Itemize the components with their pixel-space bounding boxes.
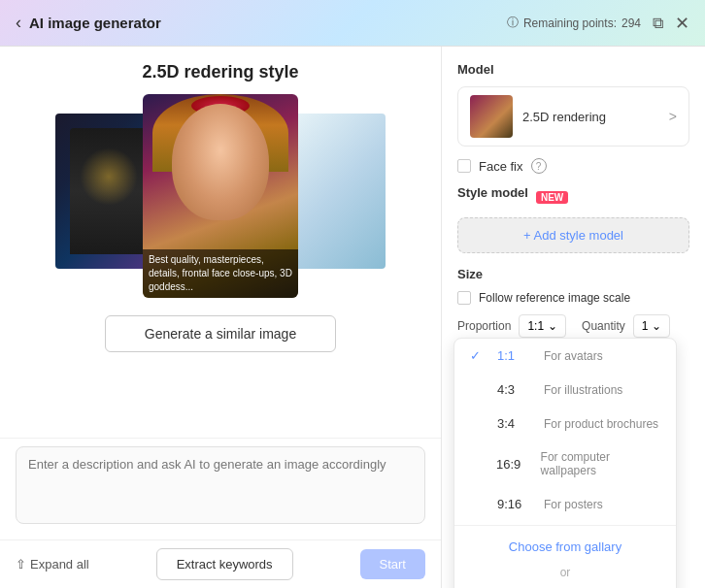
ratio-text: 3:4	[497, 416, 532, 431]
check-mark-icon: ✓	[470, 348, 486, 363]
choose-from-gallery-btn[interactable]: Choose from gallary	[454, 530, 676, 564]
size-label: Size	[457, 267, 689, 281]
proportion-value: 1:1	[527, 319, 544, 333]
topbar: ‹ AI image generator ⓘ Remaining points:…	[0, 0, 705, 47]
topbar-right: ⓘ Remaining points: 294 ⧉ ✕	[507, 13, 689, 34]
right-panel: Model 2.5D rendering > Face fix ? Style …	[442, 47, 705, 588]
or-text: or	[454, 564, 676, 581]
dropdown-item-3-4[interactable]: 3:4 For product brochures	[454, 407, 676, 441]
model-thumbnail	[470, 95, 513, 138]
new-badge: NEW	[536, 191, 568, 204]
upload-local-image-btn[interactable]: Upload local image	[454, 581, 676, 588]
ratio-text: 1:1	[497, 348, 532, 363]
ratio-desc: For posters	[544, 498, 603, 511]
dropdown-item-16-9[interactable]: 16:9 For computer wallpapers	[454, 441, 676, 487]
face-decoration	[172, 104, 269, 220]
dropdown-item-4-3[interactable]: 4:3 For illustrations	[454, 373, 676, 407]
model-label: Model	[457, 62, 689, 77]
image-caption: Best quality, masterpieces, details, fro…	[143, 249, 298, 298]
extract-keywords-button[interactable]: Extract keywords	[156, 548, 293, 580]
face-fix-checkbox[interactable]	[457, 159, 471, 173]
proportion-select[interactable]: 1:1 ⌄	[519, 314, 566, 338]
face-fix-label: Face fix	[479, 159, 523, 174]
size-section: Size Follow reference image scale Propor…	[457, 267, 689, 338]
expand-window-icon[interactable]: ⧉	[653, 15, 663, 32]
bottom-bar: ⇧ Expand all Extract keywords Start	[0, 539, 441, 588]
chevron-right-icon: >	[669, 109, 677, 124]
image-collage: Best quality, masterpieces, details, fro…	[55, 94, 386, 308]
style-model-label: Style model	[457, 185, 528, 200]
expand-all-button[interactable]: ⇧ Expand all	[16, 557, 89, 572]
follow-ref-row: Follow reference image scale	[457, 291, 689, 305]
style-model-header: Style model NEW	[457, 185, 689, 210]
ratio-text: 9:16	[497, 497, 532, 511]
follow-ref-checkbox[interactable]	[457, 291, 471, 305]
proportion-chevron-icon: ⌄	[548, 319, 557, 333]
dropdown-divider	[454, 525, 676, 526]
image-section: 2.5D redering style Best quality, master…	[0, 47, 441, 438]
topbar-left: ‹ AI image generator	[16, 13, 161, 33]
proportion-quantity-row: Proportion 1:1 ⌄ Quantity 1 ⌄	[457, 314, 689, 338]
face-fix-row: Face fix ?	[457, 158, 689, 174]
prompt-textarea[interactable]	[16, 446, 425, 524]
quantity-select[interactable]: 1 ⌄	[633, 314, 671, 338]
ratio-text: 16:9	[496, 457, 529, 472]
info-icon: ⓘ	[507, 15, 519, 31]
quantity-chevron-icon: ⌄	[652, 319, 661, 333]
add-style-model-button[interactable]: + Add style model	[457, 217, 689, 253]
text-area-section	[0, 438, 441, 539]
model-name: 2.5D rendering	[522, 110, 669, 124]
warrior-glow	[80, 147, 138, 206]
image-title: 2.5D redering style	[142, 62, 298, 82]
dropdown-item-1-1[interactable]: ✓ 1:1 For avatars	[454, 339, 676, 373]
ratio-desc: For computer wallpapers	[541, 450, 660, 477]
main-content: 2.5D redering style Best quality, master…	[0, 47, 705, 588]
ratio-desc: For illustrations	[544, 383, 622, 397]
expand-all-icon: ⇧	[16, 557, 26, 572]
model-selector[interactable]: 2.5D rendering >	[457, 86, 689, 147]
left-panel: 2.5D redering style Best quality, master…	[0, 47, 442, 588]
remaining-points: ⓘ Remaining points: 294	[507, 15, 641, 31]
face-fix-help-icon[interactable]: ?	[531, 158, 547, 174]
app-title: AI image generator	[29, 15, 161, 31]
start-button[interactable]: Start	[360, 549, 425, 579]
close-icon[interactable]: ✕	[675, 13, 689, 34]
generate-similar-button[interactable]: Generate a similar image	[105, 315, 336, 352]
quantity-label: Quantity	[582, 319, 625, 333]
ratio-desc: For product brochures	[544, 417, 658, 431]
ratio-text: 4:3	[497, 382, 532, 397]
dropdown-item-9-16[interactable]: 9:16 For posters	[454, 487, 676, 521]
back-icon[interactable]: ‹	[16, 13, 21, 33]
goddess-image: Best quality, masterpieces, details, fro…	[143, 94, 298, 298]
warrior-figure	[70, 128, 148, 254]
follow-ref-label: Follow reference image scale	[479, 291, 630, 305]
ratio-desc: For avatars	[544, 349, 603, 363]
style-model-section: Style model NEW + Add style model	[457, 185, 689, 253]
watercolor-image	[288, 114, 386, 269]
proportion-label: Proportion	[457, 319, 511, 333]
proportion-dropdown: ✓ 1:1 For avatars 4:3 For illustrations …	[453, 338, 677, 588]
quantity-value: 1	[642, 319, 649, 333]
